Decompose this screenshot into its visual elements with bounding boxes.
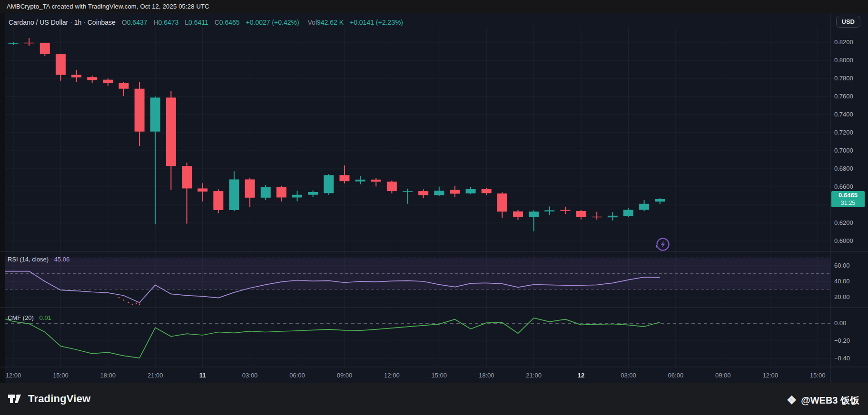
tradingview-brand[interactable]: TradingView — [8, 393, 90, 405]
price-tick[interactable]: 0.6000 — [834, 237, 853, 244]
high-value: 0.6473 — [158, 19, 179, 26]
cmf-tick[interactable]: −0.20 — [834, 337, 850, 344]
cmf-line — [5, 318, 660, 358]
tradingview-chart-window: AMBCrypto_TA created with TradingView.co… — [0, 0, 868, 415]
time-tick[interactable]: 15:00 — [426, 372, 453, 379]
cmf-tick[interactable]: −0.40 — [834, 355, 850, 362]
price-tick[interactable]: 0.6600 — [834, 183, 853, 190]
price-gridlines — [5, 42, 830, 358]
price-tick[interactable]: 0.7000 — [834, 147, 853, 154]
rsi-tick[interactable]: 60.00 — [834, 262, 850, 269]
time-tick[interactable]: 12 — [568, 372, 594, 379]
price-tick[interactable]: 0.6800 — [834, 165, 853, 172]
candles-group[interactable] — [9, 38, 665, 232]
low-label: L — [185, 19, 188, 26]
brand-text: TradingView — [28, 393, 90, 405]
flash-lightning-icon[interactable] — [653, 236, 672, 257]
price-tick[interactable]: 0.7800 — [834, 75, 853, 82]
symbol-legend[interactable]: Cardano / US Dollar · 1h · Coinbase O0.6… — [9, 19, 403, 26]
watermark-text: @WEB3 饭饭 — [801, 394, 859, 407]
chart-canvas[interactable] — [0, 0, 868, 415]
time-tick[interactable]: 18:00 — [95, 372, 121, 379]
time-tick[interactable]: 06:00 — [284, 372, 311, 379]
last-price-label: 0.6465 31:25 — [831, 191, 865, 207]
last-price: 0.6465 — [831, 191, 865, 200]
open-value: 0.6437 — [127, 19, 148, 26]
time-tick[interactable]: 12:00 — [378, 372, 405, 379]
footer-bar: TradingView ❖ @WEB3 饭饭 — [0, 383, 868, 415]
price-tick[interactable]: 0.6200 — [834, 219, 853, 226]
volume-value: 942.62 K — [317, 19, 344, 26]
price-tick[interactable]: 0.8000 — [834, 57, 853, 64]
volume-change-value: +0.0141 (+2.23%) — [350, 19, 403, 26]
pane-dividers[interactable] — [0, 13, 868, 383]
close-label: C — [215, 19, 219, 26]
cmf-indicator-title[interactable]: CMF (20) 0.01 — [8, 314, 51, 321]
cmf-value: 0.01 — [39, 314, 51, 321]
low-value: 0.6411 — [188, 19, 208, 26]
rsi-value: 45.06 — [54, 256, 70, 263]
time-tick[interactable]: 03:00 — [615, 372, 641, 379]
cmf-name: CMF (20) — [8, 314, 34, 321]
time-tick[interactable]: 12:00 — [757, 372, 784, 379]
time-tick[interactable]: 09:00 — [710, 372, 736, 379]
close-value: 0.6465 — [219, 19, 240, 26]
time-tick[interactable]: 11 — [189, 372, 216, 379]
cmf-tick[interactable]: 0.00 — [834, 319, 846, 327]
rsi-tick[interactable]: 20.00 — [834, 293, 850, 300]
currency-toggle-button[interactable]: USD — [836, 16, 860, 28]
tradingview-logo-icon — [8, 393, 24, 405]
diamond-icon: ❖ — [787, 394, 797, 407]
time-gridlines — [13, 27, 818, 367]
change-value: +0.0027 (+0.42%) — [246, 19, 299, 26]
open-label: O — [122, 19, 127, 26]
rsi-name: RSI (14, close) — [8, 256, 49, 263]
time-tick[interactable]: 18:00 — [473, 372, 500, 379]
time-tick[interactable]: 12:00 — [0, 372, 27, 379]
time-tick[interactable]: 15:00 — [47, 372, 74, 379]
price-tick[interactable]: 0.7400 — [834, 111, 853, 118]
high-label: H — [153, 19, 158, 26]
rsi-tick[interactable]: 40.00 — [834, 278, 850, 285]
channel-watermark: ❖ @WEB3 饭饭 — [787, 394, 859, 407]
price-tick[interactable]: 0.7600 — [834, 93, 853, 100]
time-tick[interactable]: 21:00 — [521, 372, 547, 379]
rsi-indicator-title[interactable]: RSI (14, close) 45.06 — [8, 256, 69, 263]
time-tick[interactable]: 09:00 — [331, 372, 358, 379]
left-gutter — [0, 13, 5, 383]
time-tick[interactable]: 06:00 — [662, 372, 689, 379]
price-tick[interactable]: 0.7200 — [834, 129, 853, 136]
time-tick[interactable]: 21:00 — [142, 372, 168, 379]
volume-label: Vol — [308, 19, 317, 26]
price-tick[interactable]: 0.8200 — [834, 39, 853, 46]
symbol-title[interactable]: Cardano / US Dollar · 1h · Coinbase — [9, 19, 116, 26]
time-tick[interactable]: 15:00 — [804, 372, 831, 379]
time-tick[interactable]: 03:00 — [237, 372, 263, 379]
bar-countdown: 31:25 — [831, 200, 865, 206]
